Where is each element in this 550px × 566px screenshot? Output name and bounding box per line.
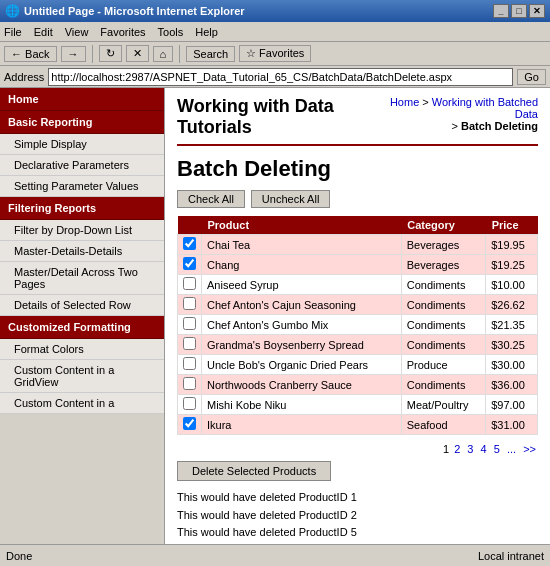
toolbar-separator (92, 45, 93, 63)
sidebar-item-custom-content[interactable]: Custom Content in a (0, 393, 164, 414)
row-checkbox-cell (178, 415, 202, 435)
row-category: Condiments (401, 335, 485, 355)
table-row: Aniseed SyrupCondiments$10.00 (178, 275, 538, 295)
row-price: $19.25 (486, 255, 538, 275)
log-messages: This would have deleted ProductID 1This … (177, 489, 538, 544)
pagination-link-5[interactable]: 5 (494, 443, 500, 455)
row-price: $30.25 (486, 335, 538, 355)
titlebar-title: Untitled Page - Microsoft Internet Explo… (24, 5, 245, 17)
table-row: Uncle Bob's Organic Dried PearsProduce$3… (178, 355, 538, 375)
statusbar-right: Local intranet (478, 550, 544, 562)
row-checkbox[interactable] (183, 257, 196, 270)
sidebar-item-setting-parameter-values[interactable]: Setting Parameter Values (0, 176, 164, 197)
titlebar-controls[interactable]: _ □ ✕ (493, 4, 545, 18)
content-area: Working with Data Tutorials Home > Worki… (165, 88, 550, 544)
row-checkbox-cell (178, 355, 202, 375)
go-button[interactable]: Go (517, 69, 546, 85)
row-checkbox-cell (178, 335, 202, 355)
row-category: Produce (401, 355, 485, 375)
row-product: Northwoods Cranberry Sauce (202, 375, 402, 395)
sidebar-item-filter-dropdown[interactable]: Filter by Drop-Down List (0, 220, 164, 241)
row-product: Grandma's Boysenberry Spread (202, 335, 402, 355)
row-product: Uncle Bob's Organic Dried Pears (202, 355, 402, 375)
menu-help[interactable]: Help (195, 26, 218, 38)
check-all-button[interactable]: Check All (177, 190, 245, 208)
sidebar-header-customized-formatting: Customized Formatting (0, 316, 164, 339)
sidebar-item-master-detail-across[interactable]: Master/Detail Across Two Pages (0, 262, 164, 295)
menu-file[interactable]: File (4, 26, 22, 38)
table-row: ChangBeverages$19.25 (178, 255, 538, 275)
row-price: $21.35 (486, 315, 538, 335)
row-category: Meat/Poultry (401, 395, 485, 415)
row-checkbox-cell (178, 395, 202, 415)
delete-button-row: Delete Selected Products (177, 461, 538, 489)
pagination-link-3[interactable]: 3 (467, 443, 473, 455)
close-button[interactable]: ✕ (529, 4, 545, 18)
row-product: Mishi Kobe Niku (202, 395, 402, 415)
minimize-button[interactable]: _ (493, 4, 509, 18)
sidebar-item-declarative-parameters[interactable]: Declarative Parameters (0, 155, 164, 176)
row-checkbox[interactable] (183, 277, 196, 290)
row-category: Beverages (401, 235, 485, 255)
pagination-link-4[interactable]: 4 (481, 443, 487, 455)
pagination-link-next[interactable]: >> (523, 443, 536, 455)
log-message: This would have deleted ProductID 1 (177, 489, 538, 507)
row-product: Aniseed Syrup (202, 275, 402, 295)
row-checkbox[interactable] (183, 317, 196, 330)
stop-button[interactable]: ✕ (126, 45, 149, 62)
table-row: Mishi Kobe NikuMeat/Poultry$97.00 (178, 395, 538, 415)
back-button[interactable]: ← Back (4, 46, 57, 62)
refresh-button[interactable]: ↻ (99, 45, 122, 62)
toolbar: ← Back → ↻ ✕ ⌂ Search ☆ Favorites (0, 42, 550, 66)
titlebar-icon: 🌐 (5, 4, 20, 18)
menu-edit[interactable]: Edit (34, 26, 53, 38)
forward-button[interactable]: → (61, 46, 86, 62)
sidebar-item-details-selected-row[interactable]: Details of Selected Row (0, 295, 164, 316)
col-header-checkbox (178, 216, 202, 235)
row-category: Condiments (401, 295, 485, 315)
sidebar-item-master-details[interactable]: Master-Details-Details (0, 241, 164, 262)
menu-favorites[interactable]: Favorites (100, 26, 145, 38)
table-row: Northwoods Cranberry SauceCondiments$36.… (178, 375, 538, 395)
log-message: This would have deleted ProductID 2 (177, 507, 538, 525)
row-checkbox[interactable] (183, 297, 196, 310)
menu-tools[interactable]: Tools (158, 26, 184, 38)
table-row: Chef Anton's Cajun SeasoningCondiments$2… (178, 295, 538, 315)
row-checkbox[interactable] (183, 377, 196, 390)
col-header-category: Category (401, 216, 485, 235)
pagination-link-ellipsis[interactable]: ... (507, 443, 516, 455)
col-header-product: Product (202, 216, 402, 235)
sidebar-item-simple-display[interactable]: Simple Display (0, 134, 164, 155)
row-checkbox[interactable] (183, 337, 196, 350)
search-button[interactable]: Search (186, 46, 235, 62)
row-price: $30.00 (486, 355, 538, 375)
menu-view[interactable]: View (65, 26, 89, 38)
toolbar-separator2 (179, 45, 180, 63)
sidebar-item-format-colors[interactable]: Format Colors (0, 339, 164, 360)
maximize-button[interactable]: □ (511, 4, 527, 18)
row-checkbox[interactable] (183, 417, 196, 430)
row-product: Chef Anton's Cajun Seasoning (202, 295, 402, 315)
breadcrumb-parent[interactable]: Working with Batched Data (432, 96, 538, 120)
row-checkbox[interactable] (183, 357, 196, 370)
home-button[interactable]: ⌂ (153, 46, 174, 62)
breadcrumb-home[interactable]: Home (390, 96, 419, 108)
site-header: Working with Data Tutorials Home > Worki… (177, 96, 538, 146)
sidebar-item-custom-content-gridview[interactable]: Custom Content in a GridView (0, 360, 164, 393)
favorites-button[interactable]: ☆ Favorites (239, 45, 311, 62)
row-category: Beverages (401, 255, 485, 275)
row-price: $31.00 (486, 415, 538, 435)
table-row: Chef Anton's Gumbo MixCondiments$21.35 (178, 315, 538, 335)
row-product: Chef Anton's Gumbo Mix (202, 315, 402, 335)
uncheck-all-button[interactable]: Uncheck All (251, 190, 330, 208)
col-header-price: Price (486, 216, 538, 235)
pagination-link-2[interactable]: 2 (454, 443, 460, 455)
row-price: $97.00 (486, 395, 538, 415)
addressbar-input[interactable] (48, 68, 513, 86)
row-checkbox[interactable] (183, 397, 196, 410)
sidebar-header-filtering-reports: Filtering Reports (0, 197, 164, 220)
delete-selected-button[interactable]: Delete Selected Products (177, 461, 331, 481)
sidebar-home[interactable]: Home (0, 88, 164, 111)
row-checkbox[interactable] (183, 237, 196, 250)
table-row: Grandma's Boysenberry SpreadCondiments$3… (178, 335, 538, 355)
